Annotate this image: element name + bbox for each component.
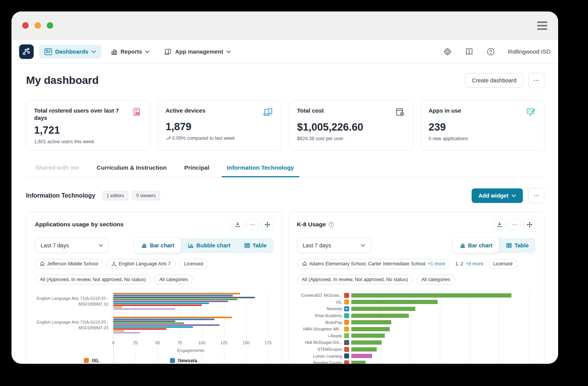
k8-bar-area [351, 334, 534, 338]
page-title: My dashboard [26, 74, 99, 87]
filter-chip-all-approved-in-review-not-app[interactable]: All (Approved, In review, Not approved, … [35, 275, 151, 285]
window-title-bar [11, 11, 558, 40]
download-icon[interactable] [493, 219, 506, 230]
k8-app-label: Holt McDougal Onl... [297, 340, 342, 345]
chip-label: All (Approved, In review, Not approved, … [302, 277, 408, 282]
page-more-button[interactable]: ⋯ [528, 73, 544, 88]
active-devices-icon [263, 107, 273, 118]
stat-card-total-cost: Total cost $1,005,226.60 $624.36 cost pe… [289, 100, 413, 150]
k8-bar-area [351, 300, 534, 304]
x-axis-tick: 100 [198, 340, 205, 345]
app-logo-icon [344, 313, 349, 318]
tab-information-technology[interactable]: Information Technology [227, 164, 294, 177]
x-axis-tick: 175 [265, 340, 271, 345]
main-content: My dashboard Create dashboard ⋯ Total ro… [11, 73, 558, 364]
k8-bar-area [351, 361, 534, 364]
account-district-label[interactable]: Rollingwood ISD [508, 48, 550, 55]
ellipsis-icon[interactable]: ⋯ [247, 219, 259, 230]
filter-chip-1-2[interactable]: 1, 2+8 more [454, 259, 485, 268]
filter-chips-row: All (Approved, In review, Not approved, … [297, 275, 536, 285]
time-range-select[interactable]: Last 7 days [297, 238, 371, 253]
chip-label: Licensed [184, 261, 203, 267]
roster-users-icon [132, 107, 142, 119]
filter-chip-all-categories[interactable]: All categories [416, 275, 455, 285]
close-window-button[interactable] [22, 22, 29, 29]
nav-item-reports[interactable]: Reports [105, 45, 155, 59]
page-header: My dashboard Create dashboard ⋯ [26, 73, 544, 88]
tab-shared-with-me[interactable]: Shared with me [35, 164, 79, 177]
nav-item-dashboards[interactable]: Dashboards [39, 45, 101, 59]
move-icon[interactable] [261, 219, 274, 230]
view-tab-table[interactable]: Table [237, 238, 274, 253]
filter-chip-licensed[interactable]: Licensed [179, 259, 208, 269]
chart-category-label: English Language Arts 72(A-G)19-20 - MS0… [35, 319, 113, 331]
widget-k8-usage: K-8 Usage ⋯ Last 7 [288, 212, 545, 364]
bar [351, 361, 366, 364]
filter-chip-all-approved-in-review-not-app[interactable]: All (Approved, In review, Not approved, … [297, 275, 413, 285]
stat-subtext: 0.05% compared to last week [172, 136, 235, 141]
chart-view-switcher: Bar chartTable [453, 238, 536, 253]
app-window: Dashboards Reports App management [11, 11, 558, 364]
settings-gear-icon[interactable] [443, 47, 452, 56]
bar [113, 295, 233, 296]
chart-category-label: English Language Arts 71(A-G)19-20 - MS0… [35, 296, 113, 307]
bar [113, 317, 232, 318]
bar [113, 306, 122, 308]
k8-app-row: i-Ready [297, 332, 536, 339]
resources-book-icon[interactable] [465, 48, 474, 56]
view-tab-table[interactable]: Table [499, 238, 536, 253]
hamburger-menu-icon[interactable] [537, 21, 547, 30]
stat-card-active-devices: Active devices 1,879 0.05% compared to l… [158, 100, 282, 150]
stat-card-rostered-users: Total rostered users over last 7 days 1,… [26, 100, 150, 150]
legend-swatch [84, 358, 89, 363]
chip-more-link[interactable]: +8 more [466, 261, 483, 267]
nav-item-label: Dashboards [55, 48, 88, 55]
node-graph-logo[interactable] [19, 44, 34, 59]
stat-title: Total cost [297, 107, 327, 114]
k8-app-label: HMH (Houghton Mif... [297, 327, 342, 331]
chart-x-axis: 0255075100125150175 [113, 340, 268, 347]
stat-value: $1,005,226.60 [297, 121, 405, 133]
chip-more-link[interactable]: +1 more [428, 261, 445, 267]
time-range-select[interactable]: Last 7 days [35, 238, 109, 253]
app-logo-icon [344, 333, 349, 338]
ellipsis-icon[interactable]: ⋯ [508, 219, 521, 230]
minimize-window-button[interactable] [34, 22, 41, 29]
filter-chips-row: Jefferson Middle SchoolEnglish Language … [35, 259, 274, 269]
view-tab-bubble-chart[interactable]: Bubble chart [181, 238, 237, 253]
chip-label: All categories [421, 277, 450, 282]
filter-chip-all-categories[interactable]: All categories [154, 275, 193, 285]
chevron-down-icon [226, 50, 231, 53]
section-title: Information Technology [26, 192, 95, 199]
move-icon[interactable] [523, 219, 536, 230]
chart-bar-group [113, 293, 268, 310]
report-chart-icon [111, 48, 118, 55]
k8-app-row: Holt McDougal Onl... [297, 339, 536, 346]
info-icon[interactable] [328, 222, 334, 227]
filter-chip-english-language-arts-7[interactable]: English Language Arts 7 [106, 259, 176, 269]
nav-item-app-management[interactable]: App management [159, 45, 236, 59]
view-tab-label: Bubble chart [196, 242, 230, 249]
section-more-button[interactable]: ⋯ [528, 188, 544, 203]
help-icon[interactable] [487, 47, 495, 56]
bar [113, 324, 219, 326]
k8-bar-area [351, 307, 534, 311]
bar [113, 322, 184, 324]
k8-app-row: HMH (Houghton Mif... [297, 325, 536, 332]
view-tab-bar-chart[interactable]: Bar chart [134, 238, 181, 253]
chip-label: English Language Arts 7 [119, 261, 171, 267]
tab-curriculum-instruction[interactable]: Curriculum & Instruction [97, 164, 167, 177]
filter-chip-licensed[interactable]: Licensed [488, 259, 517, 269]
download-icon[interactable] [232, 219, 244, 230]
view-tab-bar-chart[interactable]: Bar chart [453, 238, 500, 253]
add-widget-button[interactable]: Add widget [472, 188, 523, 203]
tab-principal[interactable]: Principal [184, 164, 209, 177]
filter-chip-jefferson-middle-school[interactable]: Jefferson Middle School [35, 259, 103, 269]
stat-subtext: 0 new applications [429, 136, 537, 141]
school-building-icon [40, 261, 45, 266]
create-dashboard-button[interactable]: Create dashboard [465, 73, 524, 88]
maximize-window-button[interactable] [47, 22, 53, 29]
filter-chips-row: All (Approved, In review, Not approved, … [35, 275, 274, 285]
filter-chip-adams-elementary-school-carter[interactable]: Adams Elementary School, Carter Intermed… [297, 259, 451, 269]
k8-bar-area [351, 347, 534, 352]
